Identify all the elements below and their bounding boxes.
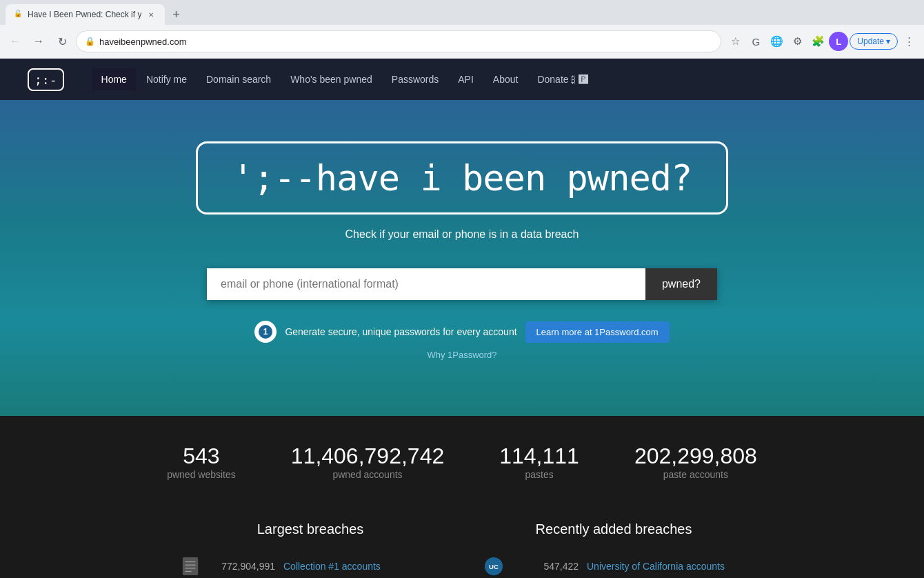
extensions-icon[interactable]: 🧩	[808, 32, 827, 51]
site-logo[interactable]: ;:-	[28, 68, 64, 91]
browser-toolbar: ← → ↻ 🔒 haveibeenpwned.com ☆ G 🌐 ⚙ 🧩 L U…	[0, 25, 924, 58]
profile-button[interactable]: L	[829, 32, 848, 51]
stat-label-websites: pwned websites	[167, 469, 236, 480]
tab-title: Have I Been Pwned: Check if y	[28, 10, 141, 19]
stat-paste-accounts: 202,299,808 paste accounts	[634, 444, 757, 480]
breach-icon-collection1	[179, 555, 201, 577]
nav-api[interactable]: API	[448, 68, 483, 90]
toolbar-icons: ☆ G 🌐 ⚙ 🧩 L Update ▾ ⋮	[725, 32, 918, 51]
bookmark-icon[interactable]: ☆	[725, 32, 745, 51]
hero-subtitle: Check if your email or phone is in a dat…	[14, 228, 910, 241]
nav-whos-pwned[interactable]: Who's been pwned	[281, 68, 382, 90]
svg-text:UC: UC	[489, 563, 499, 570]
nav-passwords[interactable]: Passwords	[382, 68, 448, 90]
grammarly-icon[interactable]: G	[746, 32, 765, 51]
recently-added-title: Recently added breaches	[483, 521, 745, 537]
extension-icon[interactable]: ⚙	[787, 32, 807, 51]
nav-donate[interactable]: Donate ₿ 🅿	[528, 68, 598, 90]
stat-label-accounts: pwned accounts	[291, 469, 444, 480]
breach-icon-uc: UC	[483, 555, 505, 577]
stat-pwned-accounts: 11,406,792,742 pwned accounts	[291, 444, 444, 480]
largest-breaches-list: 772,904,991 Collection #1 accounts V.io …	[179, 551, 441, 578]
nav-domain[interactable]: Domain search	[197, 68, 281, 90]
nav-about[interactable]: About	[483, 68, 528, 90]
address-url: haveibeenpwned.com	[99, 37, 186, 47]
stat-number-accounts: 11,406,792,742	[291, 444, 444, 469]
hero-title: ';--have i been pwned?	[196, 141, 729, 215]
search-input[interactable]	[207, 268, 645, 300]
nav-notify[interactable]: Notify me	[137, 68, 197, 90]
recently-added-list: UC 547,422 University of California acco…	[483, 551, 745, 578]
search-bar: pwned?	[207, 268, 717, 300]
promo-text: Generate secure, unique passwords for ev…	[285, 326, 516, 337]
menu-icon[interactable]: ⋮	[899, 32, 918, 51]
update-button[interactable]: Update ▾	[850, 33, 898, 50]
forward-button[interactable]: →	[29, 32, 48, 51]
largest-breaches-title: Largest breaches	[179, 521, 441, 537]
active-tab[interactable]: 🔓 Have I Been Pwned: Check if y ✕	[6, 4, 165, 25]
breach-name[interactable]: Collection #1 accounts	[283, 561, 381, 572]
svg-rect-2	[183, 557, 198, 575]
stat-number-paste-accounts: 202,299,808	[634, 444, 757, 469]
new-tab-button[interactable]: +	[168, 6, 184, 23]
translate-icon[interactable]: 🌐	[767, 32, 786, 51]
browser-chrome: 🔓 Have I Been Pwned: Check if y ✕ + ← → …	[0, 0, 924, 59]
recently-added-column: Recently added breaches UC 547,422 Unive…	[483, 521, 745, 578]
learn-more-button[interactable]: Learn more at 1Password.com	[525, 321, 670, 343]
stat-pwned-websites: 543 pwned websites	[167, 444, 236, 480]
stat-number-websites: 543	[167, 444, 236, 469]
search-button[interactable]: pwned?	[645, 268, 717, 300]
breaches-section: Largest breaches 772,904,991 Collection …	[0, 508, 924, 578]
address-bar[interactable]: 🔒 haveibeenpwned.com	[76, 30, 721, 52]
update-label: Update	[857, 37, 884, 46]
breach-count: 772,904,991	[210, 561, 275, 572]
stats-section: 543 pwned websites 11,406,792,742 pwned …	[0, 416, 924, 508]
tab-favicon: 🔓	[14, 10, 23, 19]
stat-number-pastes: 114,111	[499, 444, 579, 469]
lock-icon: 🔒	[85, 37, 95, 46]
onepassword-icon: 1	[254, 321, 277, 343]
list-item: UC 547,422 University of California acco…	[483, 551, 745, 578]
breach-count: 547,422	[513, 561, 579, 572]
update-chevron: ▾	[886, 37, 890, 46]
stat-label-pastes: pastes	[499, 469, 579, 480]
tab-close-button[interactable]: ✕	[145, 9, 157, 20]
svg-text:1: 1	[263, 327, 268, 337]
nav-home[interactable]: Home	[92, 68, 137, 90]
stat-label-paste-accounts: paste accounts	[634, 469, 757, 480]
password-promo: 1 Generate secure, unique passwords for …	[14, 321, 910, 343]
nav-links: Home Notify me Domain search Who's been …	[92, 68, 599, 90]
list-item: 772,904,991 Collection #1 accounts	[179, 551, 441, 578]
largest-breaches-column: Largest breaches 772,904,991 Collection …	[179, 521, 441, 578]
why-onepassword-link[interactable]: Why 1Password?	[427, 350, 496, 360]
reload-button[interactable]: ↻	[52, 32, 72, 51]
back-button[interactable]: ←	[6, 32, 25, 51]
breach-name[interactable]: University of California accounts	[587, 561, 725, 572]
hero-section: ';--have i been pwned? Check if your ema…	[0, 100, 924, 416]
stat-pastes: 114,111 pastes	[499, 444, 579, 480]
site-nav: ;:- Home Notify me Domain search Who's b…	[0, 59, 924, 100]
browser-tabs: 🔓 Have I Been Pwned: Check if y ✕ +	[0, 0, 924, 25]
